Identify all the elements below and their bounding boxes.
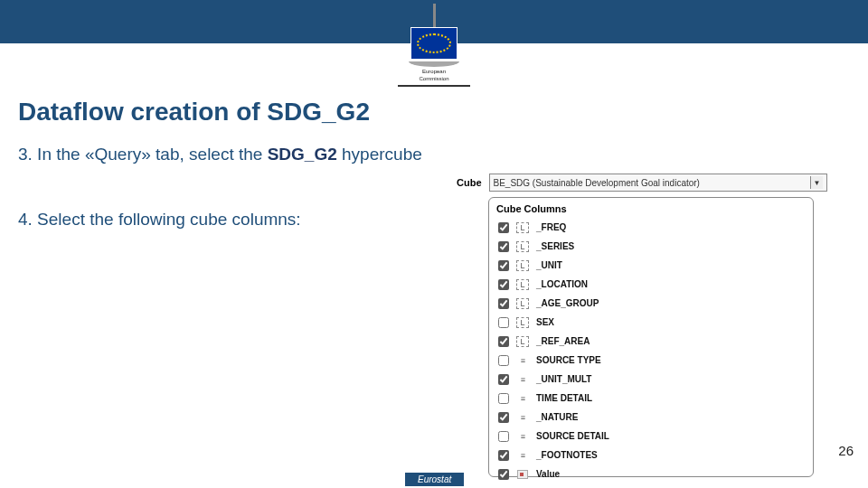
dimension-icon: L [516, 260, 529, 271]
dimension-icon: L [516, 222, 529, 233]
column-name: _FREQ [536, 222, 566, 232]
column-name: SOURCE TYPE [536, 355, 601, 365]
column-checkbox[interactable] [498, 412, 509, 423]
column-name: _REF_AREA [536, 336, 590, 346]
column-checkbox[interactable] [498, 298, 509, 309]
cube-selector-row: Cube BE_SDG (Sustainable Development Goa… [457, 174, 827, 192]
column-checkbox[interactable] [498, 222, 509, 233]
column-name: _AGE_GROUP [536, 298, 599, 308]
column-checkbox[interactable] [498, 355, 509, 366]
column-row: ≡_UNIT_MULT [498, 370, 804, 389]
column-checkbox[interactable] [498, 336, 509, 347]
column-name: _LOCATION [536, 279, 588, 289]
page-number: 26 [838, 443, 854, 458]
column-name: _FOOTNOTES [536, 450, 598, 460]
column-list: L_FREQL_SERIESL_UNITL_LOCATIONL_AGE_GROU… [489, 218, 813, 488]
cube-label: Cube [457, 177, 482, 188]
cube-dropdown[interactable]: BE_SDG (Sustainable Development Goal ind… [489, 174, 828, 192]
column-name: TIME DETAIL [536, 393, 592, 403]
attribute-icon: ≡ [516, 393, 529, 404]
column-row: _TIME_PERIOD [498, 483, 804, 488]
column-row: L_SERIES [498, 237, 804, 256]
eu-flag-icon [410, 27, 458, 60]
dimension-icon: L [516, 298, 529, 309]
step-3-bold: SDG_G2 [268, 145, 337, 164]
column-checkbox[interactable] [498, 279, 509, 290]
column-name: Value [536, 469, 560, 479]
panel-title: Cube Columns [489, 198, 813, 218]
column-row: ≡_FOOTNOTES [498, 446, 804, 465]
column-name: _UNIT [536, 260, 562, 270]
dimension-icon: L [516, 317, 529, 328]
column-row: L_FREQ [498, 218, 804, 237]
attribute-icon: ≡ [516, 450, 529, 461]
value-icon [516, 469, 529, 480]
column-checkbox[interactable] [498, 260, 509, 271]
column-name: _SERIES [536, 241, 574, 251]
column-checkbox[interactable] [498, 241, 509, 252]
dimension-icon: L [516, 279, 529, 290]
attribute-icon: ≡ [516, 412, 529, 423]
column-checkbox[interactable] [498, 450, 509, 461]
column-row: L_LOCATION [498, 275, 804, 294]
page-title: Dataflow creation of SDG_G2 [18, 98, 370, 127]
attribute-icon: ≡ [516, 431, 529, 442]
dimension-icon: L [516, 336, 529, 347]
cube-dropdown-value: BE_SDG (Sustainable Development Goal ind… [494, 178, 700, 188]
column-checkbox[interactable] [498, 431, 509, 442]
footer-eurostat: Eurostat [405, 473, 464, 486]
attribute-icon: ≡ [516, 355, 529, 366]
column-row: ≡_NATURE [498, 408, 804, 427]
logo-text-2: Commission [389, 76, 479, 81]
column-row: L_AGE_GROUP [498, 294, 804, 313]
column-name: _NATURE [536, 412, 578, 422]
step-4: 4. Select the following cube columns: [18, 210, 301, 230]
column-row: Value [498, 465, 804, 483]
column-row: ≡SOURCE DETAIL [498, 427, 804, 446]
cube-columns-panel: Cube Columns L_FREQL_SERIESL_UNITL_LOCAT… [488, 197, 814, 477]
column-row: L_UNIT [498, 256, 804, 275]
column-name: SOURCE DETAIL [536, 431, 609, 441]
column-checkbox[interactable] [498, 317, 509, 328]
chevron-down-icon: ▼ [810, 176, 823, 189]
logo-text-1: European [389, 69, 479, 74]
step-3: 3. In the «Query» tab, select the SDG_G2… [18, 145, 422, 164]
column-row: ≡TIME DETAIL [498, 389, 804, 408]
column-checkbox[interactable] [498, 469, 509, 480]
column-name: _UNIT_MULT [536, 374, 591, 384]
attribute-icon: ≡ [516, 374, 529, 385]
step-3-prefix: 3. In the «Query» tab, select the [18, 145, 268, 164]
column-name: SEX [536, 317, 554, 327]
step-3-suffix: hypercube [337, 145, 422, 164]
column-checkbox[interactable] [498, 393, 509, 404]
dimension-icon: L [516, 241, 529, 252]
column-row: LSEX [498, 313, 804, 332]
column-row: L_REF_AREA [498, 332, 804, 351]
ec-logo: European Commission [389, 4, 479, 87]
column-row: ≡SOURCE TYPE [498, 351, 804, 370]
column-checkbox[interactable] [498, 374, 509, 385]
